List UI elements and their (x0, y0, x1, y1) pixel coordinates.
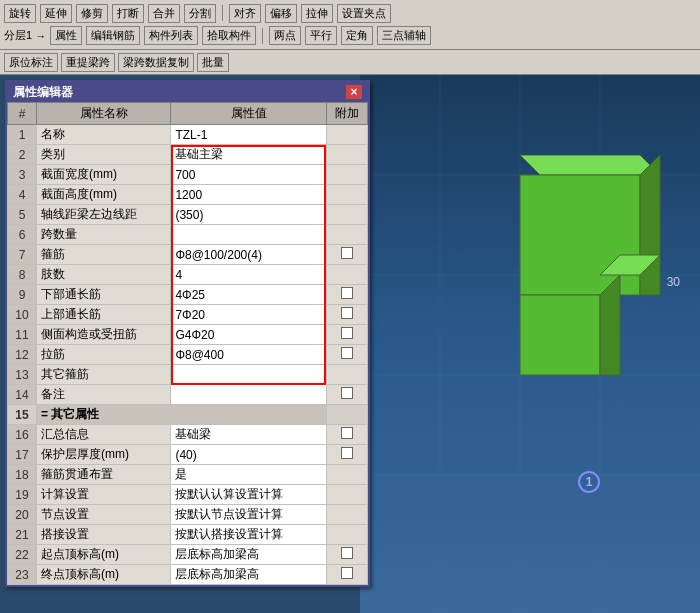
row-extra (326, 325, 367, 345)
row-num: 19 (8, 485, 37, 505)
main-area: 1 30 属性编辑器 × # 属性名称 属性值 附加 (0, 75, 700, 613)
copy-span-btn[interactable]: 梁跨数据复制 (118, 53, 194, 72)
property-value[interactable]: 7Φ20 (171, 305, 326, 325)
property-value[interactable]: 基础梁 (171, 425, 326, 445)
property-name: 类别 (36, 145, 170, 165)
row-extra (326, 445, 367, 465)
table-header: # 属性名称 属性值 附加 (8, 103, 368, 125)
table-row: 4 截面高度(mm) 1200 (8, 185, 368, 205)
property-value[interactable]: 基础主梁 (171, 145, 326, 165)
row-extra (326, 425, 367, 445)
property-checkbox[interactable] (341, 547, 353, 559)
row-num: 4 (8, 185, 37, 205)
property-value[interactable]: (40) (171, 445, 326, 465)
parallel-btn[interactable]: 平行 (305, 26, 337, 45)
property-value[interactable]: 4 (171, 265, 326, 285)
table-row: 16 汇总信息 基础梁 (8, 425, 368, 445)
extend-btn[interactable]: 延伸 (40, 4, 72, 23)
row-extra (326, 245, 367, 265)
property-value[interactable]: 层底标高加梁高 (171, 565, 326, 585)
row-num: 6 (8, 225, 37, 245)
edit-rebar-btn[interactable]: 编辑钢筋 (86, 26, 140, 45)
table-row: 10 上部通长筋 7Φ20 (8, 305, 368, 325)
row-num: 13 (8, 365, 37, 385)
property-checkbox[interactable] (341, 567, 353, 579)
angle-btn[interactable]: 定角 (341, 26, 373, 45)
property-name: 计算设置 (36, 485, 170, 505)
property-table-container[interactable]: # 属性名称 属性值 附加 1 名称 TZL-1 2 类别 基础主梁 3 (7, 102, 368, 585)
table-row: 12 拉筋 Φ8@400 (8, 345, 368, 365)
table-row: 20 节点设置 按默认节点设置计算 (8, 505, 368, 525)
row-extra (326, 525, 367, 545)
property-checkbox[interactable] (341, 307, 353, 319)
property-value[interactable] (171, 225, 326, 245)
align-btn[interactable]: 对齐 (229, 4, 261, 23)
property-value[interactable]: Φ8@100/200(4) (171, 245, 326, 265)
property-checkbox[interactable] (341, 447, 353, 459)
property-value[interactable]: 层底标高加梁高 (171, 545, 326, 565)
row-num: 23 (8, 565, 37, 585)
close-button[interactable]: × (346, 85, 362, 99)
toolbar-area: 旋转 延伸 修剪 打断 合并 分割 对齐 偏移 拉伸 设置夹点 分层1 → 属性… (0, 0, 700, 50)
property-checkbox[interactable] (341, 247, 353, 259)
property-name: 肢数 (36, 265, 170, 285)
row-num: 17 (8, 445, 37, 465)
property-value[interactable]: 1200 (171, 185, 326, 205)
row-num: 10 (8, 305, 37, 325)
break-btn[interactable]: 打断 (112, 4, 144, 23)
property-value[interactable] (171, 385, 326, 405)
property-value[interactable]: 按默认节点设置计算 (171, 505, 326, 525)
respan-btn[interactable]: 重提梁跨 (61, 53, 115, 72)
row-num: 7 (8, 245, 37, 265)
property-value[interactable]: TZL-1 (171, 125, 326, 145)
svg-rect-11 (520, 295, 600, 375)
property-value[interactable]: G4Φ20 (171, 325, 326, 345)
property-name: 下部通长筋 (36, 285, 170, 305)
three-point-btn[interactable]: 三点辅轴 (377, 26, 431, 45)
viewport-number: 1 (578, 471, 600, 493)
property-name: 轴线距梁左边线距 (36, 205, 170, 225)
viewport-label: 1 (578, 471, 600, 493)
offset-btn[interactable]: 偏移 (265, 4, 297, 23)
attr-btn[interactable]: 属性 (50, 26, 82, 45)
split-btn[interactable]: 分割 (184, 4, 216, 23)
property-panel: 属性编辑器 × # 属性名称 属性值 附加 1 名称 TZL-1 (5, 80, 370, 587)
property-name: 搭接设置 (36, 525, 170, 545)
setpoint-btn[interactable]: 设置夹点 (337, 4, 391, 23)
table-row: 7 箍筋 Φ8@100/200(4) (8, 245, 368, 265)
property-name: 汇总信息 (36, 425, 170, 445)
table-row: 22 起点顶标高(m) 层底标高加梁高 (8, 545, 368, 565)
property-checkbox[interactable] (341, 427, 353, 439)
svg-rect-10 (520, 175, 640, 295)
property-value[interactable] (171, 365, 326, 385)
table-row: 9 下部通长筋 4Φ25 (8, 285, 368, 305)
property-value[interactable]: 按默认认算设置计算 (171, 485, 326, 505)
property-checkbox[interactable] (341, 387, 353, 399)
property-checkbox[interactable] (341, 287, 353, 299)
property-value[interactable]: 700 (171, 165, 326, 185)
rotate-btn[interactable]: 旋转 (4, 4, 36, 23)
property-checkbox[interactable] (341, 327, 353, 339)
property-value[interactable]: 是 (171, 465, 326, 485)
two-point-btn[interactable]: 两点 (269, 26, 301, 45)
merge-btn[interactable]: 合并 (148, 4, 180, 23)
property-value[interactable]: 4Φ25 (171, 285, 326, 305)
trim-btn[interactable]: 修剪 (76, 4, 108, 23)
property-name: 截面高度(mm) (36, 185, 170, 205)
property-value[interactable]: 按默认搭接设置计算 (171, 525, 326, 545)
property-checkbox[interactable] (341, 347, 353, 359)
property-value[interactable]: (350) (171, 205, 326, 225)
batch-btn[interactable]: 批量 (197, 53, 229, 72)
row-extra (326, 145, 367, 165)
property-value[interactable]: Φ8@400 (171, 345, 326, 365)
table-row: 3 截面宽度(mm) 700 (8, 165, 368, 185)
stretch-btn[interactable]: 拉伸 (301, 4, 333, 23)
pick-component-btn[interactable]: 拾取构件 (202, 26, 256, 45)
table-row: 14 备注 (8, 385, 368, 405)
property-name: 终点顶标高(m) (36, 565, 170, 585)
component-list-btn[interactable]: 构件列表 (144, 26, 198, 45)
viewport-3d: 1 30 (360, 75, 700, 613)
annotation-btn[interactable]: 原位标注 (4, 53, 58, 72)
svg-marker-12 (640, 155, 660, 295)
toolbar2: 原位标注 重提梁跨 梁跨数据复制 批量 (0, 50, 700, 75)
